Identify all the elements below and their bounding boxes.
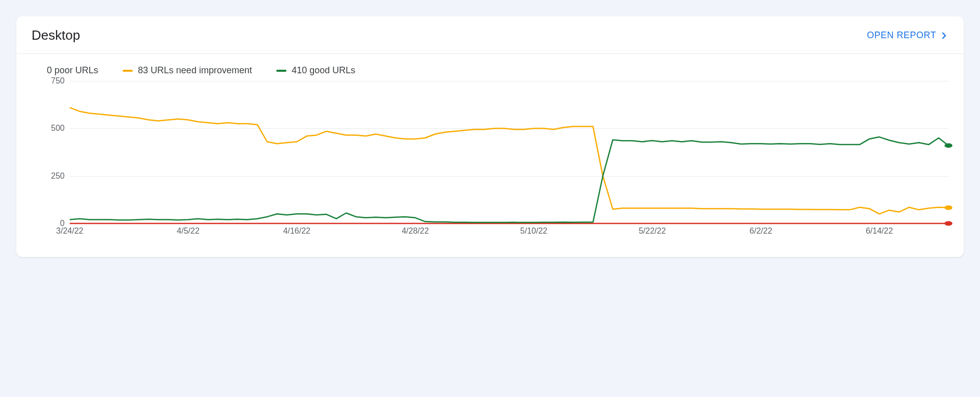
legend-item-needs-improvement[interactable]: 83 URLs need improvement xyxy=(123,65,252,76)
legend-swatch-poor xyxy=(32,70,42,72)
series-end-dot-good xyxy=(944,143,953,148)
open-report-label: OPEN REPORT xyxy=(867,30,936,41)
x-tick-label: 4/28/22 xyxy=(401,226,428,236)
series-end-dot-needs_improvement xyxy=(944,206,953,210)
legend-swatch-good xyxy=(276,70,286,72)
chart-lines-svg xyxy=(70,81,948,223)
x-tick-label: 3/24/22 xyxy=(56,226,83,236)
x-tick-label: 5/22/22 xyxy=(639,226,666,236)
y-axis: 0250500750 xyxy=(32,81,65,229)
legend-label-poor: 0 poor URLs xyxy=(47,65,98,76)
legend-swatch-needs xyxy=(123,70,133,72)
y-tick-label: 500 xyxy=(32,124,65,133)
legend-item-poor[interactable]: 0 poor URLs xyxy=(32,65,98,76)
x-tick-label: 4/5/22 xyxy=(177,226,199,236)
chevron-right-icon xyxy=(939,31,948,40)
legend-item-good[interactable]: 410 good URLs xyxy=(276,65,355,76)
x-axis: 3/24/224/5/224/16/224/28/225/10/225/22/2… xyxy=(70,226,948,242)
card-title: Desktop xyxy=(32,27,80,43)
series-line-needs_improvement xyxy=(70,107,948,214)
chart-legend: 0 poor URLs 83 URLs need improvement 410… xyxy=(16,54,964,81)
card-header: Desktop OPEN REPORT xyxy=(16,16,964,54)
y-tick-label: 750 xyxy=(32,76,65,86)
legend-label-needs: 83 URLs need improvement xyxy=(138,65,252,76)
x-tick-label: 6/2/22 xyxy=(750,226,772,236)
core-web-vitals-desktop-card: Desktop OPEN REPORT 0 poor URLs 83 URLs … xyxy=(16,16,964,257)
plot-area xyxy=(70,81,948,223)
chart-container: 0250500750 3/24/224/5/224/16/224/28/225/… xyxy=(16,81,964,257)
series-end-dot-poor xyxy=(944,221,953,226)
legend-label-good: 410 good URLs xyxy=(292,65,355,76)
y-tick-label: 250 xyxy=(32,172,65,181)
x-tick-label: 6/14/22 xyxy=(866,226,892,236)
open-report-link[interactable]: OPEN REPORT xyxy=(867,30,948,41)
x-tick-label: 5/10/22 xyxy=(520,226,547,236)
x-tick-label: 4/16/22 xyxy=(283,226,310,236)
